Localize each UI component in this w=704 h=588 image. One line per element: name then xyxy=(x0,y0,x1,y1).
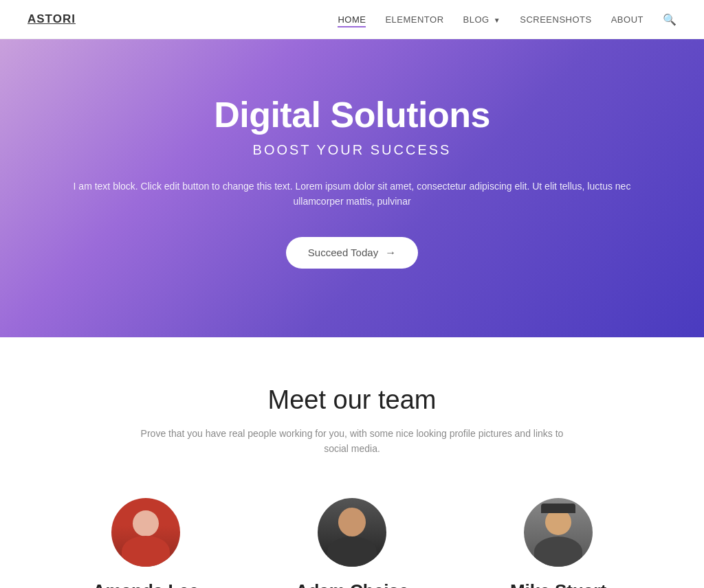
team-subtitle: Prove that you have real people working … xyxy=(132,426,572,457)
hero-title: Digital Solutions xyxy=(28,94,676,135)
member-name: Mike Stuart xyxy=(476,580,641,588)
site-logo[interactable]: ASTORI xyxy=(28,12,76,26)
hero-body: I am text block. Click edit button to ch… xyxy=(56,179,648,210)
cta-button[interactable]: Succeed Today → xyxy=(286,237,418,269)
avatar xyxy=(524,498,593,567)
team-heading: Meet our team xyxy=(28,385,676,415)
nav-item-home[interactable]: HOME xyxy=(338,13,366,25)
member-name: Adam Cheise xyxy=(270,580,434,588)
member-name: Amanda Lee xyxy=(63,580,228,588)
navbar: ASTORI HOME ELEMENTOR BLOG ▼ SCREENSHOTS… xyxy=(0,0,704,39)
team-member: Mike Stuart SEO I am text block. Click e… xyxy=(476,498,641,588)
team-grid: Amanda Lee FOUNDER I am text block. Clic… xyxy=(28,498,676,588)
nav-links: HOME ELEMENTOR BLOG ▼ SCREENSHOTS ABOUT … xyxy=(338,13,676,26)
nav-item-about[interactable]: ABOUT xyxy=(611,13,644,25)
hero-subtitle: BOOST YOUR SUCCESS xyxy=(28,142,676,158)
cta-label: Succeed Today xyxy=(308,247,378,258)
team-member: Amanda Lee FOUNDER I am text block. Clic… xyxy=(63,498,228,588)
avatar xyxy=(318,498,386,567)
nav-item-blog[interactable]: BLOG ▼ xyxy=(463,13,501,25)
hat-decoration xyxy=(541,504,575,513)
team-member: Adam Cheise DESIGNER I am text block. Cl… xyxy=(270,498,434,588)
cta-arrow-icon: → xyxy=(385,247,396,259)
chevron-down-icon: ▼ xyxy=(494,16,500,24)
team-section: Meet our team Prove that you have real p… xyxy=(0,337,704,588)
search-icon[interactable]: 🔍 xyxy=(663,13,676,26)
nav-item-screenshots[interactable]: SCREENSHOTS xyxy=(520,13,591,25)
hero-section: Digital Solutions BOOST YOUR SUCCESS I a… xyxy=(0,39,704,337)
avatar xyxy=(111,498,180,567)
nav-item-elementor[interactable]: ELEMENTOR xyxy=(385,13,443,25)
